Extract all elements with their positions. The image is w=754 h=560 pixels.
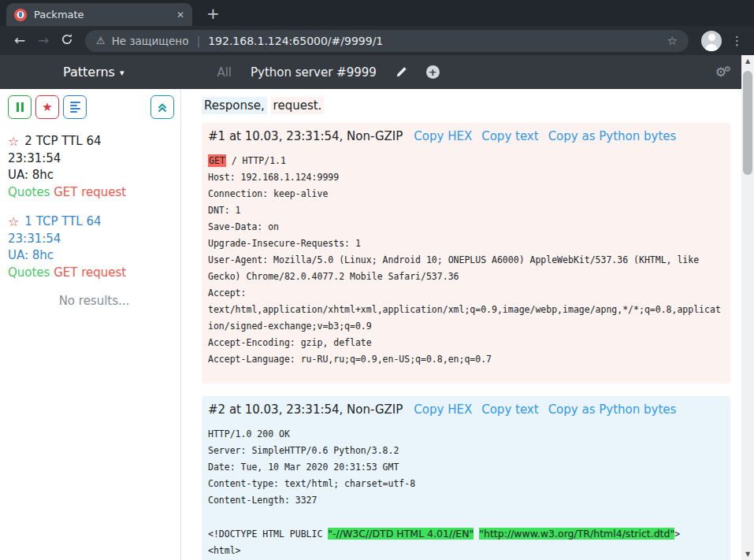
packet-line: Save-Data: on	[208, 219, 724, 235]
packet-line: Content-Length: 3327	[208, 492, 724, 509]
capture-item[interactable]: ☆1 TCP TTL 6423:31:54UA: 8hcQuotes GET r…	[8, 213, 174, 281]
tag-quotes: Quotes	[8, 185, 50, 199]
highlight-mark-green: "http://www.w3.org/TR/html4/strict.dtd"	[479, 528, 674, 540]
tab-current-service[interactable]: Python server #9999	[251, 65, 377, 80]
bookmark-star-icon[interactable]: ☆	[667, 34, 678, 48]
tab-all[interactable]: All	[217, 65, 232, 80]
settings-gears-icon[interactable]: ⚙⚙	[715, 65, 734, 80]
packet-meta: #2 at 10.03, 23:31:54, Non-GZIP	[208, 402, 403, 417]
no-results-text: No results...	[8, 294, 180, 308]
packet-content: Response, request. #1 at 10.03, 23:31:54…	[181, 89, 741, 560]
packet-line: GET / HTTP/1.1	[208, 153, 724, 169]
tag-quotes: Quotes	[8, 265, 50, 280]
match-legend: Response, request.	[202, 98, 730, 113]
tag-get-request: GET request	[54, 185, 126, 199]
scroll-up-icon[interactable]: ▲	[741, 55, 754, 66]
packet-meta: #1 at 10.03, 23:31:54, Non-GZIP	[208, 129, 403, 143]
packet-line	[208, 509, 724, 525]
packet-line: Accept: text/html,application/xhtml+xml,…	[208, 285, 724, 335]
tab-title: Packmate	[34, 9, 169, 20]
packet-line: <html>	[208, 543, 724, 559]
not-secure-warning-icon[interactable]: ⚠	[96, 35, 106, 46]
url-text[interactable]: 192.168.1.124:65000/#/9999/1	[208, 35, 660, 47]
copy-text-link[interactable]: Copy text	[481, 129, 538, 143]
legend-request: request.	[271, 97, 325, 114]
browser-menu-icon[interactable]: ⋮	[731, 34, 743, 48]
packet-line: Accept-Language: ru-RU,ru;q=0.9,en-US;q=…	[208, 351, 724, 368]
packet-body: HTTP/1.0 200 OKServer: SimpleHTTP/0.6 Py…	[208, 426, 724, 559]
scrollbar-thumb[interactable]	[743, 71, 752, 175]
packet-line: Host: 192.168.1.124:9999	[208, 169, 724, 186]
sidebar-toolbar: ★	[8, 95, 180, 119]
back-icon[interactable]: ←	[8, 34, 32, 47]
sidebar: ★ ☆2 TCP TTL 6423:31:54UA: 8hcQuotes GET…	[0, 89, 181, 560]
copy-as-python-bytes-link[interactable]: Copy as Python bytes	[548, 402, 677, 417]
main-page: ★ ☆2 TCP TTL 6423:31:54UA: 8hcQuotes GET…	[0, 89, 754, 560]
packet-line: Connection: keep-alive	[208, 186, 724, 202]
packmate-favicon-icon	[14, 9, 27, 21]
packet-line: DNT: 1	[208, 202, 724, 219]
edit-service-pencil-icon[interactable]	[396, 66, 407, 78]
packet-line: HTTP/1.0 200 OK	[208, 426, 724, 443]
forward-icon[interactable]: →	[32, 34, 55, 47]
tag-get-request: GET request	[54, 265, 126, 280]
capture-title: 1 TCP TTL 64	[24, 213, 101, 231]
packet-line: Date: Tue, 10 Mar 2020 20:31:53 GMT	[208, 459, 724, 476]
packet-card-response: #2 at 10.03, 23:31:54, Non-GZIPCopy HEXC…	[202, 396, 730, 560]
packet-line: Server: SimpleHTTP/0.6 Python/3.8.2	[208, 443, 724, 459]
packet-stream: #1 at 10.03, 23:31:54, Non-GZIPCopy HEXC…	[202, 123, 730, 560]
packet-line: Content-type: text/html; charset=utf-8	[208, 476, 724, 492]
packet-card-header: #2 at 10.03, 23:31:54, Non-GZIPCopy HEXC…	[208, 402, 724, 417]
capture-tags: Quotes GET request	[8, 184, 174, 202]
not-secure-label[interactable]: Не защищено	[112, 35, 189, 47]
new-tab-button[interactable]: +	[206, 6, 220, 21]
favorites-filter-button[interactable]: ★	[35, 95, 59, 119]
favorite-star-icon[interactable]: ☆	[8, 135, 19, 148]
profile-avatar[interactable]	[701, 31, 722, 51]
patterns-dropdown[interactable]: Patterns ▾	[63, 65, 124, 80]
legend-separator	[267, 98, 271, 113]
packet-line: Accept-Encoding: gzip, deflate	[208, 335, 724, 351]
capture-user-agent: UA: 8hc	[8, 247, 174, 265]
scroll-down-icon[interactable]: ▼	[741, 548, 754, 559]
chevron-down-icon: ▾	[120, 68, 124, 78]
packet-card-header: #1 at 10.03, 23:31:54, Non-GZIPCopy HEXC…	[208, 129, 724, 143]
packet-line: User-Agent: Mozilla/5.0 (Linux; Android …	[208, 252, 724, 285]
capture-item-header: ☆1 TCP TTL 64	[8, 213, 174, 231]
list-view-button[interactable]	[63, 95, 87, 119]
vertical-scrollbar[interactable]: ▲ ▼	[741, 55, 754, 560]
packet-line: <!DOCTYPE HTML PUBLIC "-//W3C//DTD HTML …	[208, 525, 724, 543]
capture-time: 23:31:54	[8, 231, 174, 248]
browser-tab-strip: Packmate ✕ +	[0, 0, 754, 26]
capture-list: ☆2 TCP TTL 6423:31:54UA: 8hcQuotes GET r…	[8, 133, 180, 281]
capture-time: 23:31:54	[8, 150, 174, 168]
favorite-star-icon[interactable]: ☆	[8, 216, 19, 228]
packet-body: GET / HTTP/1.1Host: 192.168.1.124:9999Co…	[208, 153, 724, 368]
copy-text-link[interactable]: Copy text	[481, 402, 538, 417]
highlight-mark-green: "-//W3C//DTD HTML 4.01//EN"	[328, 528, 474, 540]
collapse-sidebar-button[interactable]	[150, 95, 174, 119]
capture-tags: Quotes GET request	[8, 265, 174, 282]
app-header: Patterns ▾ All Python server #9999 + ⚙⚙	[0, 55, 754, 89]
capture-item-header: ☆2 TCP TTL 64	[8, 133, 174, 150]
add-service-icon[interactable]: +	[426, 65, 440, 79]
url-separator: |	[196, 35, 200, 47]
patterns-label: Patterns	[63, 65, 115, 80]
packet-card-request: #1 at 10.03, 23:31:54, Non-GZIPCopy HEXC…	[202, 123, 730, 384]
capture-title: 2 TCP TTL 64	[24, 133, 101, 150]
highlight-mark-red: GET	[208, 154, 226, 167]
reload-icon[interactable]	[55, 33, 79, 48]
browser-tab[interactable]: Packmate ✕	[6, 3, 192, 26]
capture-user-agent: UA: 8hc	[8, 167, 174, 184]
packet-line: Upgrade-Insecure-Requests: 1	[208, 235, 724, 252]
capture-item[interactable]: ☆2 TCP TTL 6423:31:54UA: 8hcQuotes GET r…	[8, 133, 174, 201]
tab-close-icon[interactable]: ✕	[176, 9, 184, 20]
legend-response: Response,	[202, 97, 267, 114]
copy-hex-link[interactable]: Copy HEX	[414, 402, 472, 417]
browser-address-bar: ← → ⚠ Не защищено | 192.168.1.124:65000/…	[0, 26, 754, 55]
copy-hex-link[interactable]: Copy HEX	[414, 129, 472, 143]
copy-as-python-bytes-link[interactable]: Copy as Python bytes	[548, 129, 677, 143]
url-field[interactable]: ⚠ Не защищено | 192.168.1.124:65000/#/99…	[85, 30, 689, 52]
pause-capture-button[interactable]	[8, 95, 32, 119]
